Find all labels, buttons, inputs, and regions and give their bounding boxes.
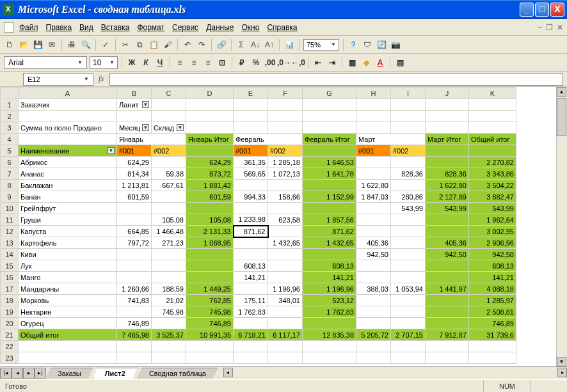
dec-decimal-icon[interactable]: ←,0	[292, 57, 304, 68]
scroll-up-button[interactable]: ▲	[557, 87, 566, 97]
sheet-tab-bar: |◂ ◂ ▸ ▸| Заказы Лист2 Сводная таблица ◂…	[0, 366, 567, 379]
menu-file[interactable]: Файл	[19, 23, 38, 32]
col-header[interactable]: F	[268, 88, 303, 99]
menu-tools[interactable]: Сервис	[172, 23, 198, 32]
status-num: NUM	[483, 380, 531, 392]
col-header[interactable]: I	[391, 88, 426, 99]
col-header[interactable]: D	[186, 88, 234, 99]
font-name-field[interactable]: Arial▼	[4, 56, 87, 69]
scroll-thumb[interactable]	[557, 98, 566, 136]
tab-next-button[interactable]: ▸	[23, 368, 35, 379]
scroll-right-button[interactable]: ▸	[557, 368, 567, 377]
spell-icon[interactable]: ✓	[100, 39, 111, 51]
print-icon[interactable]: 🖶	[66, 39, 77, 51]
sum-icon[interactable]: Σ	[236, 39, 247, 51]
col-header[interactable]: G	[303, 88, 356, 99]
sheet-tab-pivot[interactable]: Сводная таблица	[137, 368, 218, 379]
sheet-tab-list2[interactable]: Лист2	[93, 368, 138, 379]
mdi-restore-button[interactable]: ❐	[546, 23, 553, 32]
bold-button[interactable]: Ж	[126, 57, 138, 68]
mail-icon[interactable]: ✉	[46, 39, 58, 51]
comma-icon[interactable]: ,00	[264, 57, 276, 68]
new-icon[interactable]: 🗋	[4, 39, 15, 51]
percent-icon[interactable]: %	[250, 57, 262, 68]
font-size-field[interactable]: 10▼	[90, 56, 118, 69]
copy-icon[interactable]: ⧉	[134, 39, 145, 51]
paste-icon[interactable]: 📋	[148, 39, 159, 51]
dec-indent-icon[interactable]: ⇤	[312, 57, 324, 68]
sort-desc-icon[interactable]: A↑	[264, 39, 275, 51]
col-header[interactable]: B	[117, 88, 152, 99]
chevron-down-icon[interactable]: ▼	[177, 124, 184, 131]
close-button[interactable]: X	[550, 3, 564, 17]
merge-icon[interactable]: ⊡	[216, 57, 228, 68]
formula-bar[interactable]	[109, 73, 563, 86]
menu-edit[interactable]: Правка	[46, 23, 72, 32]
col-header[interactable]: E	[234, 88, 268, 99]
save-icon[interactable]: 💾	[32, 39, 44, 51]
menu-data[interactable]: Данные	[206, 23, 234, 32]
menu-insert[interactable]: Вставка	[101, 23, 130, 32]
status-bar: Готово NUM	[0, 379, 567, 392]
align-left-icon[interactable]: ≡	[174, 57, 186, 68]
chevron-down-icon[interactable]: ▼	[142, 101, 149, 108]
spreadsheet-grid[interactable]: ABCDEFGHIJK1ЗаказчикЛанит▼23Сумма по пол…	[0, 87, 516, 364]
document-icon	[4, 22, 14, 33]
undo-icon[interactable]: ↶	[182, 39, 193, 51]
maximize-button[interactable]: □	[535, 3, 549, 17]
zoom-field[interactable]: 75%▼	[303, 39, 339, 51]
align-center-icon[interactable]: ≡	[188, 57, 200, 68]
fx-icon[interactable]: fx	[99, 74, 104, 84]
sort-asc-icon[interactable]: A↓	[250, 39, 261, 51]
menu-format[interactable]: Формат	[137, 23, 164, 32]
help-icon[interactable]: ?	[347, 39, 359, 51]
scroll-down-button[interactable]: ▼	[557, 357, 566, 366]
align-right-icon[interactable]: ≡	[202, 57, 214, 68]
font-color-icon[interactable]: A	[374, 57, 386, 68]
formatting-toolbar: Arial▼ 10▼ Ж К Ч ≡ ≡ ≡ ⊡ ₽ % ,00 ,0→ ←,0…	[0, 54, 567, 72]
status-empty	[531, 380, 562, 392]
col-header[interactable]: K	[469, 88, 516, 99]
col-header[interactable]: A	[19, 88, 117, 99]
link-icon[interactable]: 🔗	[216, 39, 227, 51]
italic-button[interactable]: К	[140, 57, 152, 68]
chevron-down-icon[interactable]: ▼	[142, 124, 149, 131]
sheet-tab-orders[interactable]: Заказы	[45, 368, 93, 379]
open-icon[interactable]: 📂	[18, 39, 29, 51]
menu-view[interactable]: Вид	[79, 23, 93, 32]
security-icon[interactable]: 🛡	[362, 39, 373, 51]
menu-window[interactable]: Окно	[241, 23, 259, 32]
currency-icon[interactable]: ₽	[236, 57, 248, 68]
camera-icon[interactable]: 📷	[390, 39, 401, 51]
horizontal-scrollbar[interactable]: ◂ ▸	[223, 368, 567, 379]
col-header[interactable]: C	[152, 88, 186, 99]
cut-icon[interactable]: ✂	[120, 39, 131, 51]
fill-color-icon[interactable]: ◆	[360, 57, 372, 68]
tab-last-button[interactable]: ▸|	[35, 368, 46, 379]
preview-icon[interactable]: 🔍	[80, 39, 92, 51]
tab-first-button[interactable]: |◂	[0, 368, 12, 379]
redo-icon[interactable]: ↷	[196, 39, 207, 51]
inc-indent-icon[interactable]: ⇥	[326, 57, 338, 68]
col-header[interactable]: J	[426, 88, 469, 99]
underline-button[interactable]: Ч	[154, 57, 166, 68]
mdi-minimize-button[interactable]: –	[538, 23, 542, 32]
status-ready: Готово	[5, 382, 27, 390]
tab-prev-button[interactable]: ◂	[12, 368, 23, 379]
chart-icon[interactable]: 📊	[284, 39, 295, 51]
brush-icon[interactable]: 🖌	[162, 39, 173, 51]
chevron-down-icon: ▼	[331, 42, 336, 47]
borders-icon[interactable]: ▦	[346, 57, 358, 68]
minimize-button[interactable]: _	[520, 3, 534, 17]
scroll-left-button[interactable]: ◂	[223, 368, 233, 377]
col-header[interactable]: H	[356, 88, 391, 99]
namebox-row: E12▼ fx	[0, 72, 567, 87]
menu-help[interactable]: Справка	[267, 23, 297, 32]
refresh-icon[interactable]: 🔄	[376, 39, 387, 51]
pivot-icon[interactable]: ▤	[394, 57, 406, 68]
chevron-down-icon[interactable]: ▼	[108, 147, 115, 154]
name-box[interactable]: E12▼	[23, 73, 93, 86]
inc-decimal-icon[interactable]: ,0→	[278, 57, 290, 68]
vertical-scrollbar[interactable]: ▲ ▼	[556, 87, 567, 366]
mdi-close-button[interactable]: ✕	[557, 23, 563, 32]
